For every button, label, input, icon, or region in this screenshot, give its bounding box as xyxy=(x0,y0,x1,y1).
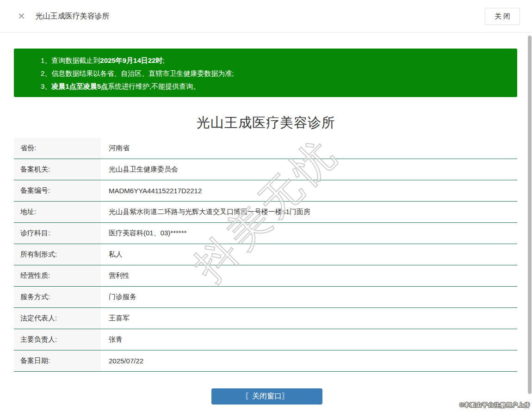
row-value: 私人 xyxy=(101,244,517,265)
table-row-filing-authority: 备案机关: 光山县卫生健康委员会 xyxy=(14,159,517,180)
row-value: 医疗美容科(01、03)****** xyxy=(101,223,517,244)
notice-line-1: 1、查询数据截止到2025年9月14日22时; xyxy=(41,54,508,67)
row-value: 光山县紫水街道二环路与光辉大道交叉口博园一号楼一楼s1门面房 xyxy=(101,202,517,222)
table-row-address: 地址: 光山县紫水街道二环路与光辉大道交叉口博园一号楼一楼s1门面房 xyxy=(14,202,517,223)
row-value: 营利性 xyxy=(101,265,517,286)
notice-line-2: 2、信息数据结果以各省、自治区、直辖市卫生健康委数据为准; xyxy=(41,67,508,80)
row-label: 主要负责人: xyxy=(14,329,101,350)
table-row-province: 省份: 河南省 xyxy=(14,138,517,159)
row-label: 所有制形式: xyxy=(14,244,101,265)
row-label: 地址: xyxy=(14,202,101,222)
row-value: 张青 xyxy=(101,329,517,350)
scrollbar-thumb[interactable] xyxy=(528,36,532,394)
table-row-service-mode: 服务方式: 门诊服务 xyxy=(14,287,517,308)
row-label: 诊疗科目: xyxy=(14,223,101,244)
notice-banner: 1、查询数据截止到2025年9月14日22时; 2、信息数据结果以各省、自治区、… xyxy=(14,49,517,97)
record-table: 省份: 河南省 备案机关: 光山县卫生健康委员会 备案编号: MADM6YYA4… xyxy=(14,138,517,372)
header: ✕ 光山王成医疗美容诊所 关 闭 xyxy=(0,0,532,33)
record-title: 光山王成医疗美容诊所 xyxy=(0,114,532,132)
row-value: 河南省 xyxy=(101,138,517,159)
row-label: 备案机关: xyxy=(14,159,101,180)
row-value: 光山县卫生健康委员会 xyxy=(101,159,517,180)
row-label: 经营性质: xyxy=(14,265,101,286)
row-value: 王喜军 xyxy=(101,308,517,329)
table-row-filing-number: 备案编号: MADM6YYA441152217D2212 xyxy=(14,180,517,202)
notice-line-3: 3、凌晨1点至凌晨5点系统进行维护,不能提供查询。 xyxy=(41,80,508,93)
close-icon[interactable]: ✕ xyxy=(18,12,25,21)
table-row-ownership-form: 所有制形式: 私人 xyxy=(14,244,517,265)
page-title: 光山王成医疗美容诊所 xyxy=(36,12,110,21)
close-window-button[interactable]: 〖关闭窗口〗 xyxy=(211,388,322,405)
row-label: 备案日期: xyxy=(14,350,101,371)
table-row-legal-representative: 法定代表人: 王喜军 xyxy=(14,308,517,329)
row-value: MADM6YYA441152217D2212 xyxy=(101,180,517,201)
row-label: 法定代表人: xyxy=(14,308,101,329)
table-row-filing-date: 备案日期: 2025/07/22 xyxy=(14,350,517,372)
row-value: 门诊服务 xyxy=(101,287,517,307)
upload-credit-watermark: ©本图由平台注册用户上传 xyxy=(459,401,530,409)
row-label: 备案编号: xyxy=(14,180,101,201)
table-row-treatment-subjects: 诊疗科目: 医疗美容科(01、03)****** xyxy=(14,223,517,244)
row-value: 2025/07/22 xyxy=(101,350,517,371)
table-row-business-nature: 经营性质: 营利性 xyxy=(14,265,517,287)
row-label: 省份: xyxy=(14,138,101,159)
table-row-main-person-in-charge: 主要负责人: 张青 xyxy=(14,329,517,350)
close-button[interactable]: 关 闭 xyxy=(485,8,520,25)
row-label: 服务方式: xyxy=(14,287,101,307)
